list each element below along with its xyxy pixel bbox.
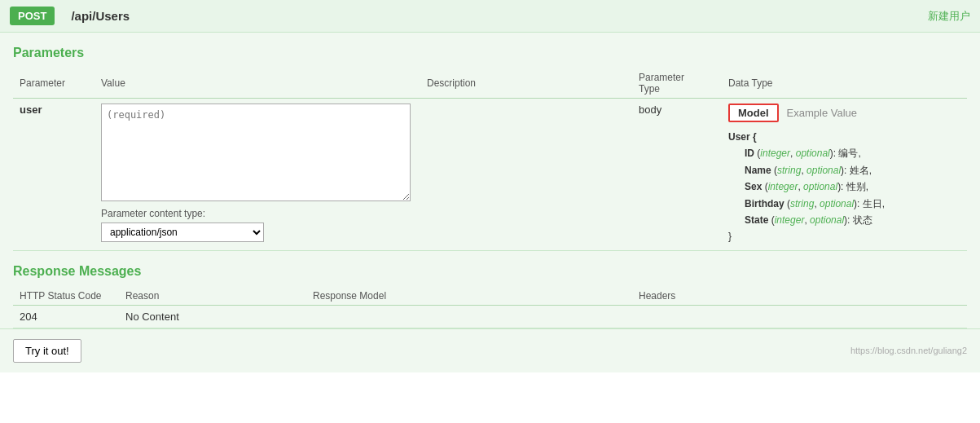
col-description: Description — [420, 68, 632, 99]
watermark: https://blog.csdn.net/guliang2 — [850, 346, 967, 355]
param-type-value: body — [639, 104, 661, 116]
response-row: 204 No Content — [13, 305, 967, 328]
response-section: Response Messages HTTP Status Code Reaso… — [13, 264, 967, 328]
model-description: User { ID (integer, optional): 编号, Name … — [728, 129, 960, 245]
field-name: Name (string, optional): 姓名, — [745, 162, 960, 178]
col-headers: Headers — [632, 287, 967, 306]
content-type-label: Parameter content type: — [101, 208, 414, 219]
model-class-name: User { — [728, 131, 757, 143]
response-reason: No Content — [119, 305, 306, 328]
parameters-title: Parameters — [13, 46, 967, 60]
col-parameter: Parameter — [13, 68, 94, 99]
main-content: Parameters Parameter Value Description P… — [0, 33, 980, 328]
model-toggle: Model Example Value — [728, 104, 960, 122]
col-model: Response Model — [306, 287, 632, 306]
parameters-table: Parameter Value Description ParameterTyp… — [13, 68, 967, 251]
field-id: ID (integer, optional): 编号, — [745, 145, 960, 161]
bottom-bar: Try it out! https://blog.csdn.net/gulian… — [0, 328, 980, 372]
method-badge: POST — [10, 7, 55, 25]
field-state: State (integer, optional): 状态 — [745, 212, 960, 228]
response-title: Response Messages — [13, 264, 967, 279]
col-reason: Reason — [119, 287, 306, 306]
col-status-code: HTTP Status Code — [13, 287, 119, 306]
example-value-link[interactable]: Example Value — [787, 107, 857, 119]
table-row: user Parameter content type: application… — [13, 99, 967, 251]
response-status-code: 204 — [13, 305, 119, 328]
top-bar: POST /api/Users 新建用户 — [0, 0, 980, 33]
param-description — [420, 99, 632, 251]
param-value-input[interactable] — [101, 104, 411, 201]
response-model — [306, 305, 632, 328]
response-headers — [632, 305, 967, 328]
content-type-select[interactable]: application/json — [101, 223, 264, 242]
action-label[interactable]: 新建用户 — [928, 9, 970, 24]
param-name: user — [20, 104, 42, 116]
col-value: Value — [94, 68, 420, 99]
endpoint-path: /api/Users — [71, 9, 130, 23]
field-birthday: Birthday (string, optional): 生日, — [745, 196, 960, 212]
field-sex: Sex (integer, optional): 性别, — [745, 178, 960, 195]
try-it-out-button[interactable]: Try it out! — [13, 339, 81, 363]
col-data-type: Data Type — [722, 68, 967, 99]
model-close-brace: } — [728, 231, 732, 242]
model-button[interactable]: Model — [728, 104, 779, 122]
response-table: HTTP Status Code Reason Response Model H… — [13, 287, 967, 328]
col-param-type: ParameterType — [632, 68, 722, 99]
